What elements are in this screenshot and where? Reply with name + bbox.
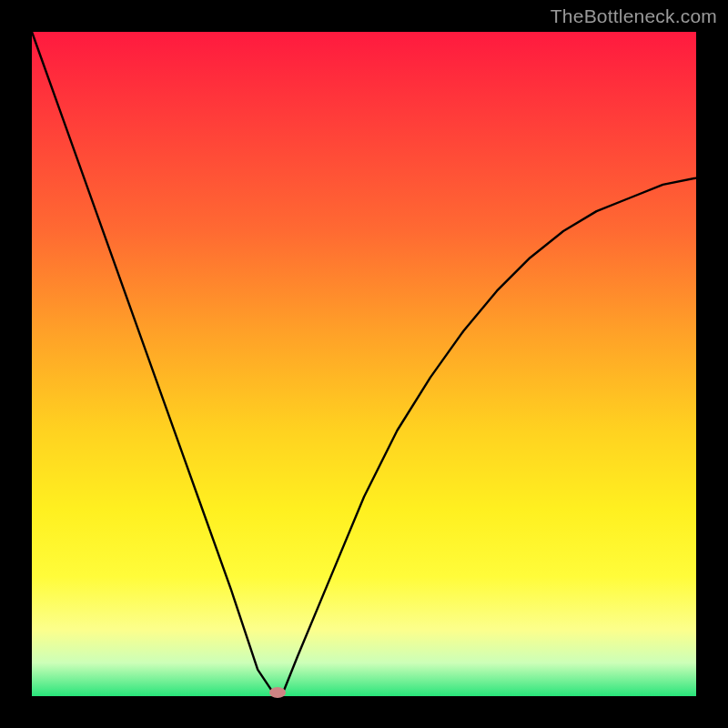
chart-container: TheBottleneck.com <box>0 0 728 728</box>
optimal-point-marker <box>269 687 286 698</box>
bottleneck-curve <box>32 32 696 696</box>
watermark-text: TheBottleneck.com <box>551 5 717 27</box>
plot-area <box>32 32 696 696</box>
